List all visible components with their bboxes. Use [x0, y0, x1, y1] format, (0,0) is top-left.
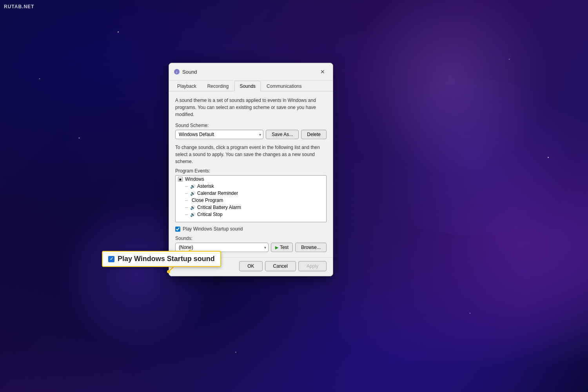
dialog-title: Sound: [182, 69, 197, 75]
event-category-windows[interactable]: ▣ Windows: [176, 176, 326, 183]
cancel-button[interactable]: Cancel: [265, 261, 296, 271]
sparkle-dot: [39, 78, 40, 79]
sparkle-dot: [470, 313, 470, 314]
tabs-bar: Playback Recording Sounds Communications: [169, 81, 333, 91]
watermark: RUTAB.NET: [4, 4, 34, 9]
tree-line-icon: ─: [185, 198, 188, 203]
sparkle-dot: [548, 157, 549, 158]
ok-button[interactable]: OK: [239, 261, 262, 271]
sound-scheme-label: Sound Scheme:: [175, 123, 327, 128]
event-item-asterisk[interactable]: ─ 🔊 Asterisk: [176, 183, 326, 190]
event-item-label: Critical Battery Alarm: [197, 205, 241, 210]
sound-scheme-select-wrapper[interactable]: Windows Default: [175, 130, 263, 139]
sparkle-dot: [509, 59, 510, 60]
speaker-icon: 🔊: [190, 212, 196, 217]
speaker-icon: 🔊: [190, 191, 196, 196]
callout-checkbox-icon: [108, 256, 114, 262]
sparkle-dot: [118, 31, 119, 33]
tree-line-icon: ─: [185, 205, 188, 210]
sound-icon: ♪: [174, 69, 180, 75]
program-events-list[interactable]: ▣ Windows ─ 🔊 Asterisk ─ 🔊 Calendar Remi…: [175, 175, 327, 222]
speaker-icon: 🔊: [190, 205, 196, 210]
sparkle-dot: [78, 137, 80, 139]
tree-line-icon: ─: [185, 184, 188, 189]
bg-blob-3: [353, 78, 588, 235]
event-item-label: Calendar Reminder: [197, 191, 238, 196]
event-item-critical-stop[interactable]: ─ 🔊 Critical Stop: [176, 211, 326, 218]
play-startup-sound-row: Play Windows Startup sound: [175, 226, 327, 232]
play-startup-sound-label[interactable]: Play Windows Startup sound: [183, 226, 243, 232]
event-category-label: Windows: [185, 176, 204, 182]
description-text: A sound theme is a set of sounds applied…: [175, 97, 327, 118]
save-as-button[interactable]: Save As...: [266, 130, 299, 139]
tab-recording[interactable]: Recording: [202, 81, 234, 91]
sound-scheme-row: Windows Default Save As... Delete: [175, 130, 327, 139]
event-item-label: Critical Stop: [197, 212, 223, 217]
sound-scheme-select[interactable]: Windows Default: [175, 130, 263, 139]
play-startup-sound-checkbox[interactable]: [175, 227, 180, 232]
tab-communications[interactable]: Communications: [261, 81, 307, 91]
event-item-critical-battery[interactable]: ─ 🔊 Critical Battery Alarm: [176, 204, 326, 211]
browse-button[interactable]: Browse...: [295, 243, 327, 252]
windows-category-icon: ▣: [178, 177, 183, 181]
callout-box: Play Windows Startup sound: [102, 251, 221, 267]
callout-annotation: Play Windows Startup sound: [102, 251, 221, 267]
sparkle-dot: [235, 352, 236, 353]
sound-dialog: ♪ Sound ✕ Playback Recording Sounds Comm…: [169, 63, 333, 276]
sound-dialog-container: ♪ Sound ✕ Playback Recording Sounds Comm…: [169, 63, 333, 276]
speaker-icon: 🔊: [190, 184, 196, 189]
tree-line-icon: ─: [185, 212, 188, 217]
dialog-body: A sound theme is a set of sounds applied…: [169, 91, 333, 258]
title-bar: ♪ Sound ✕: [169, 63, 333, 81]
title-bar-left: ♪ Sound: [174, 69, 197, 75]
apply-button[interactable]: Apply: [298, 261, 327, 271]
event-item-close-program[interactable]: ─ Close Program: [176, 197, 326, 204]
tab-playback[interactable]: Playback: [172, 81, 201, 91]
event-item-label: Close Program: [192, 198, 223, 203]
event-item-label: Asterisk: [197, 183, 214, 189]
delete-button[interactable]: Delete: [301, 130, 327, 139]
program-events-label: Program Events:: [175, 168, 327, 174]
instruction-text: To change sounds, click a program event …: [175, 144, 327, 165]
event-item-calendar-reminder[interactable]: ─ 🔊 Calendar Reminder: [176, 190, 326, 197]
tab-sounds[interactable]: Sounds: [234, 81, 261, 91]
close-button[interactable]: ✕: [317, 66, 328, 77]
test-label: Test: [280, 245, 289, 250]
test-button[interactable]: ▶ Test: [271, 243, 293, 252]
svg-text:♪: ♪: [176, 70, 178, 74]
callout-text: Play Windows Startup sound: [118, 255, 215, 263]
sounds-label: Sounds:: [175, 236, 327, 241]
play-triangle-icon: ▶: [275, 245, 278, 250]
tree-line-icon: ─: [185, 191, 188, 196]
